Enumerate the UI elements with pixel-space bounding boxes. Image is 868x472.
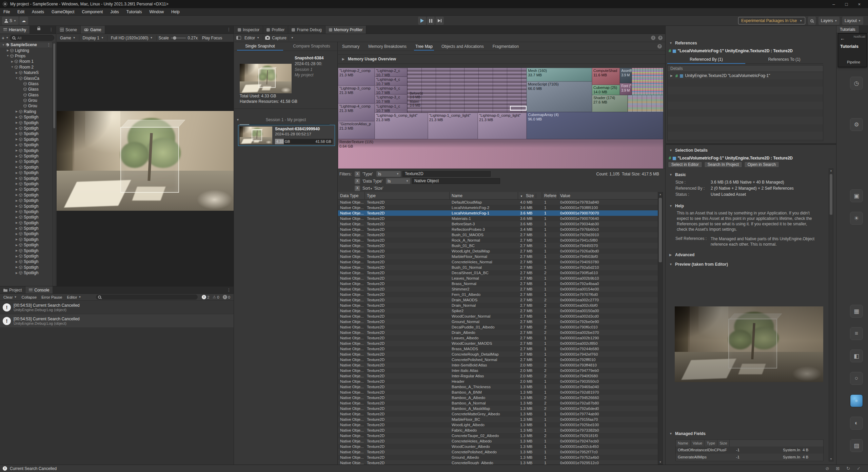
view-tab[interactable]: Memory Breakdowns (368, 42, 407, 51)
Leaves_Normal[interactable]: Native Obje... Texture2D Leaves_Normal 2… (338, 276, 658, 281)
foldout-arrow-icon[interactable]: ▶ (670, 74, 674, 77)
treemap-cell[interactable]: "Lightmap-1_c 10.7 MB (375, 103, 407, 113)
hierarchy-item[interactable]: ▶ Spotligh ⋮ (0, 126, 52, 131)
hierarchy-item[interactable]: ▶ Spotligh ⋮ (0, 203, 52, 209)
status-ok-icon[interactable]: ✓ (857, 466, 861, 471)
menu-item[interactable]: Edit (17, 10, 24, 14)
hierarchy-item[interactable]: ▶ Spotligh ⋮ (0, 181, 52, 187)
hierarchy-item[interactable]: ▶ Spotligh ⋮ (0, 209, 52, 214)
filter-value-input[interactable]: Native Object (412, 178, 500, 184)
sphere-icon[interactable]: ● (850, 394, 863, 407)
menu-item[interactable]: Tutorials (126, 10, 142, 14)
Bush_01_MAODS[interactable]: Native Obje... Texture2D Bush_01_MAODS 2… (338, 232, 658, 238)
hierarchy-item[interactable]: ▶ Spotligh ⋮ (0, 214, 52, 220)
foldout-arrow-icon[interactable]: ▶ (15, 166, 19, 169)
hierarchy-item[interactable]: ▶ Lighting ⋮ (0, 48, 52, 53)
foldout-arrow-icon[interactable]: ▶ (15, 260, 19, 263)
table-scrollbar[interactable]: ▲▼ (658, 192, 663, 465)
foldout-arrow-icon[interactable]: ▶ (15, 171, 19, 174)
foldout-arrow-icon[interactable]: ▶ (15, 255, 19, 258)
panel-toggle-icon[interactable] (236, 36, 241, 40)
hierarchy-item[interactable]: ▶ Spotligh ⋮ (0, 142, 52, 148)
filter-op-dropdown[interactable]: Is▼ (376, 171, 401, 177)
foldout-arrow-icon[interactable]: ▶ (15, 271, 19, 275)
hierarchy-item[interactable]: ▶ Spotligh ⋮ (0, 131, 52, 136)
session-foldout-icon[interactable]: ▼ (236, 118, 240, 121)
Inter-Italic Atlas[interactable]: Native Obje... Texture2D Inter-Italic At… (338, 368, 658, 373)
tab-single-snapshot[interactable]: Single Snapshot (234, 42, 286, 51)
treemap-cell[interactable]: Materi 3.6 MB (408, 99, 431, 109)
panel-splitter[interactable] (666, 143, 836, 145)
tab-window[interactable]: Memory Profiler (326, 26, 367, 34)
menu-item[interactable]: Assets (32, 10, 44, 14)
error-count-badge[interactable]: !0 (223, 295, 230, 299)
hierarchy-item[interactable]: ▶ Spotligh ⋮ (0, 192, 52, 198)
pattern-icon[interactable]: ▨ (850, 439, 863, 452)
snapshot-list-item[interactable]: Snapshot-63841999940 2024-01-28 00:52:17… (238, 125, 335, 146)
panel-icon[interactable]: ▣ (850, 189, 863, 202)
tab-hierarchy[interactable]: Hierarchy (0, 26, 30, 34)
Bamboo_A_MaskMap[interactable]: Native Obje... Texture2D Bamboo_A_MaskMa… (338, 406, 658, 411)
clock-icon[interactable]: ◷ (850, 77, 863, 90)
treemap-cell[interactable]: Mesh (160) 33.7 MB (527, 68, 592, 81)
scale-slider[interactable] (171, 38, 186, 38)
hierarchy-item[interactable]: ▶ Spotligh ⋮ (0, 237, 52, 242)
Header[interactable]: Native Obje... Texture2D Header 2.0 MB 1… (338, 379, 658, 384)
account-button[interactable]: S ▼ (2, 17, 19, 25)
treemap-cell[interactable]: MonoScript (7105) 66.0 MB (527, 81, 592, 112)
foldout-arrow-icon[interactable]: ▶ (15, 227, 19, 230)
treemap-cell[interactable] (510, 106, 527, 111)
action-button[interactable]: Open in Search (744, 162, 779, 168)
managed-fields-column[interactable]: Type (705, 440, 717, 447)
tab-project[interactable]: Project (0, 286, 25, 294)
foldout-arrow-icon[interactable]: ▶ (15, 221, 19, 224)
menu-item[interactable]: Component (82, 10, 103, 14)
menu-item[interactable]: Window (149, 10, 164, 14)
treemap-cell[interactable]: Font (" 3.9 M (620, 83, 632, 95)
treemap-cell[interactable]: Shader (174) 27.6 MB (592, 95, 628, 112)
advanced-foldout-icon[interactable]: ▶ (669, 253, 673, 257)
view-tab[interactable]: Summary (342, 42, 359, 51)
foldout-arrow-icon[interactable]: ▶ (15, 132, 19, 135)
hierarchy-item[interactable]: ▶ Spotligh ⋮ (0, 148, 52, 153)
WoodCounter_Albedo[interactable]: Native Obje... Texture2D WoodCounter_Alb… (338, 444, 658, 449)
Rock_A_Normal[interactable]: Native Obje... Texture2D Rock_A_Normal 2… (338, 238, 658, 243)
hierarchy-item[interactable]: ▶ Spotligh ⋮ (0, 248, 52, 253)
foldout-arrow-icon[interactable]: ▼ (15, 77, 19, 80)
foldout-arrow-icon[interactable]: ▶ (6, 49, 10, 52)
help-foldout-icon[interactable]: ▼ (669, 204, 673, 208)
foldout-arrow-icon[interactable]: ▶ (15, 188, 19, 191)
chevron-down-icon[interactable]: ▼ (6, 36, 8, 39)
layout-dropdown[interactable]: Layout ▼ (842, 17, 863, 25)
hierarchy-item[interactable]: ▶ Spotligh ⋮ (0, 265, 52, 270)
Materials-1[interactable]: Native Obje... Texture2D Materials-1 3.6… (338, 216, 658, 221)
foldout-arrow-icon[interactable]: ▶ (15, 182, 19, 185)
treemap-cell[interactable]: Cubemap (25) 14.0 MB (592, 85, 620, 95)
tab-game[interactable]: Game (81, 26, 105, 34)
managed-fields-column[interactable]: Size (717, 440, 729, 447)
ConcreteHoles_Normal[interactable]: Native Obje... Texture2D ConcreteHoles_N… (338, 259, 658, 265)
status-message[interactable]: Current Search Cancelled (10, 466, 57, 471)
foldout-arrow-icon[interactable]: ▶ (15, 193, 19, 196)
hierarchy-item[interactable]: Grou ⋮ (0, 98, 52, 103)
hierarchy-item[interactable]: ▶ Room 1 ⋮ (0, 59, 52, 64)
play-button[interactable] (418, 17, 426, 25)
hierarchy-item[interactable]: ▼ Room 2 ⋮ (0, 64, 52, 70)
references-foldout-icon[interactable]: ▼ (669, 41, 673, 45)
treemap-cell[interactable]: "GizmoIconAtlas_p 21.3 MB (338, 121, 375, 139)
treemap-cell[interactable]: "Lightmap-4_comp 21.3 MB (338, 103, 375, 121)
ConcreteTaupe_02_Albedo[interactable]: Native Obje... Texture2D ConcreteTaupe_0… (338, 433, 658, 438)
foldout-arrow-icon[interactable]: ▶ (15, 232, 19, 235)
WoodCounter_Normal[interactable]: Native Obje... Texture2D WoodCounter_Nor… (338, 314, 658, 319)
tab-references-to[interactable]: References To (1) (745, 56, 823, 63)
back-arrow-icon[interactable]: ← (840, 36, 845, 41)
tab-compare-snapshots[interactable]: Compare Snapshots (286, 42, 337, 51)
add-object-button[interactable]: + (2, 35, 4, 41)
log-count-badge[interactable]: !2 (202, 295, 209, 299)
lock-icon[interactable] (37, 28, 40, 30)
foldout-arrow-icon[interactable]: ▶ (10, 60, 14, 63)
foldout-arrow-icon[interactable]: ▶ (15, 160, 19, 163)
step-button[interactable] (435, 17, 444, 25)
package-icon[interactable]: ⊠ (836, 466, 840, 471)
column-references[interactable]: Refere (542, 192, 558, 199)
